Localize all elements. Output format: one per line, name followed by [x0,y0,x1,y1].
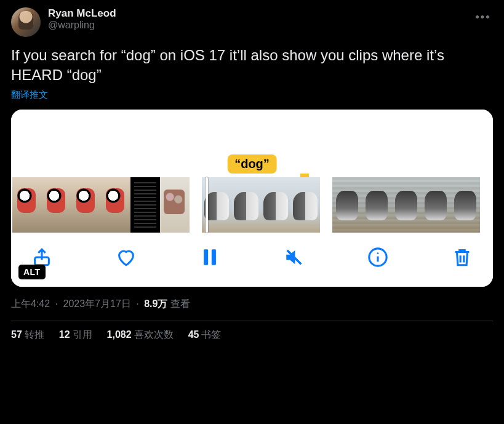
retweets-count: 57 [11,329,22,340]
tweet-text: If you search for “dog” on iOS 17 it’ll … [11,46,493,86]
user-handle[interactable]: @warpling [48,20,116,31]
likes-count: 1,082 [107,329,132,340]
bookmarks-count: 45 [188,329,199,340]
thumbnail [231,177,261,233]
stat-likes[interactable]: 1,082喜欢次数 [107,329,174,342]
stat-retweets[interactable]: 57转推 [11,329,44,342]
separator: · [136,298,138,309]
retweets-label: 转推 [25,329,44,340]
identity-block: Ryan McLeod @warpling [48,7,116,31]
likes-label: 喜欢次数 [134,329,174,340]
info-icon[interactable] [366,245,390,270]
clip-group-1[interactable] [12,177,190,233]
media-card: “dog” [11,110,493,287]
clip-group-2-wrap [202,177,320,233]
thumbnail [290,177,320,233]
clip-group-3[interactable] [332,177,480,233]
avatar[interactable] [11,7,41,37]
tweet-header: Ryan McLeod @warpling ••• [11,7,493,37]
translate-link[interactable]: 翻译推文 [11,89,48,101]
svg-rect-2 [212,249,216,265]
video-timeline[interactable] [11,177,493,233]
thumbnail [12,177,42,233]
timestamp-date[interactable]: 2023年7月17日 [63,298,131,309]
more-options-button[interactable]: ••• [473,7,493,27]
media-toolbar [11,233,493,287]
views-count: 8.9万 [144,298,167,309]
thumbnail [362,177,391,233]
clip-group-2[interactable] [202,177,320,233]
quotes-count: 12 [59,329,70,340]
media-top-area: “dog” [11,110,493,177]
thumbnail [160,177,190,233]
divider [11,321,493,321]
thumbnail [42,177,71,233]
timestamp-time[interactable]: 上午4:42 [11,298,50,309]
playhead[interactable] [206,177,208,233]
stat-quotes[interactable]: 12引用 [59,329,92,342]
thumbnail [421,177,450,233]
thumbnail [450,177,480,233]
mute-icon[interactable] [282,245,306,270]
thumbnail [332,177,362,233]
stat-bookmarks[interactable]: 45书签 [188,329,222,342]
svg-point-6 [377,252,379,254]
trash-icon[interactable] [450,245,474,270]
separator: · [55,298,58,309]
heart-icon[interactable] [114,245,138,270]
thumbnail [391,177,421,233]
pause-icon[interactable] [198,245,222,270]
thumbnail [71,177,101,233]
stats-row: 57转推 12引用 1,082喜欢次数 45书签 [11,329,493,342]
bookmarks-label: 书签 [201,329,221,340]
alt-badge[interactable]: ALT [18,265,46,279]
display-name[interactable]: Ryan McLeod [48,7,116,20]
tweet-container: Ryan McLeod @warpling ••• If you search … [0,0,504,349]
thumbnail [101,177,130,233]
quotes-label: 引用 [73,329,92,340]
caption-tag: “dog” [227,154,277,174]
thumbnail [261,177,290,233]
svg-rect-1 [204,249,208,265]
tweet-meta: 上午4:42 · 2023年7月17日 · 8.9万 查看 [11,298,493,311]
thumbnail [130,177,160,233]
views-label: 查看 [170,298,190,309]
